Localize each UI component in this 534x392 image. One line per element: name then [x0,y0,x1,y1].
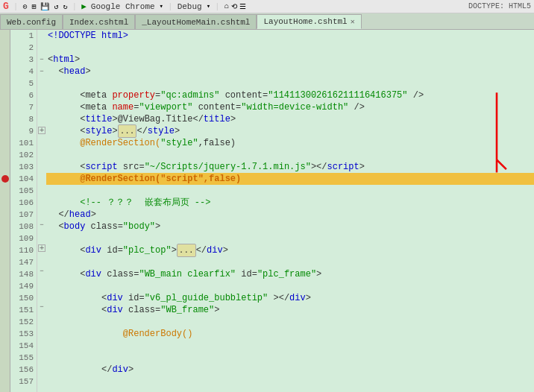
line-number: 102 [10,149,34,161]
gutter-row [0,340,10,352]
toolbar-icon-7[interactable]: ⟲ [231,2,237,11]
code-token: </ [196,244,207,256]
code-token: < [48,113,85,125]
toolbar-icon-8[interactable]: ☰ [239,2,246,11]
line-number: 5 [10,78,34,89]
code-token: > [155,221,160,233]
fold-icon[interactable]: − [37,301,46,313]
line-number: 110 [10,244,34,256]
code-token: div [85,244,101,256]
debug-label[interactable]: Debug [178,2,202,11]
line-number: 101 [10,137,34,149]
chrome-dropdown-icon[interactable]: ▾ [160,2,163,10]
code-token: id= [123,292,145,304]
fold-icon [37,253,46,265]
code-token: </ [136,125,147,137]
code-token: <meta [48,89,112,101]
code-line: <body class="body"> [46,221,534,233]
code-token: < [48,54,53,66]
fold-icon[interactable]: − [37,54,46,66]
code-area[interactable]: <!DOCTYPE html><html> <head> <meta prope… [46,30,534,392]
code-token: > [306,292,311,304]
fold-icon [37,207,46,219]
tab-webconfig[interactable]: Web.config [0,14,63,29]
line-number: 153 [10,328,34,340]
toolbar-sep2: | [72,2,78,11]
tab-index-label: Index.cshtml [69,18,128,27]
code-token: = [155,89,160,101]
code-token: < [48,268,85,280]
code-line [46,376,534,388]
line-number: 1 [10,30,34,42]
code-token: content= [219,89,268,101]
code-token: head [64,66,86,78]
toolbar-icon-4[interactable]: ↺ [54,2,58,11]
gutter-row [0,256,10,268]
toolbar-icon-6[interactable]: ⌂ [224,2,229,11]
tab-layouthome-label: LayoutHome.cshtml [263,17,347,26]
fold-icon[interactable]: + [38,127,45,134]
code-line: <script src="~/Scripts/jquery-1.7.1.min.… [46,161,534,173]
code-token: /> [408,89,424,101]
code-line: </div> [46,364,534,376]
editor-container: 1234567891011021031041051061071081091101… [0,30,534,392]
toolbar-icon-3[interactable]: 💾 [40,2,49,11]
gutter-row [0,352,10,364]
code-token: "body" [123,221,155,233]
tab-layouthome[interactable]: LayoutHome.cshtml ✕ [257,14,361,29]
line-number: 152 [10,316,34,328]
gutter-row [0,30,10,42]
code-token: class= [101,268,139,280]
fold-icon[interactable]: − [37,219,46,231]
line-number: 7 [10,101,34,113]
toolbar-icon-1[interactable]: ⊙ [22,2,27,11]
fold-icon[interactable]: + [38,244,45,252]
toolbar-icon-5[interactable]: ↻ [63,2,68,11]
code-line [46,78,534,89]
fold-icon [37,42,46,54]
tab-close-icon[interactable]: ✕ [351,17,355,26]
code-line: @RenderSection("style",false) [46,137,534,149]
code-line: <style>...</style> [46,125,534,137]
debug-dropdown-icon[interactable]: ▾ [207,2,210,10]
tab-index[interactable]: Index.cshtml [63,14,135,29]
code-line [46,340,534,352]
fold-icon [37,313,46,325]
gutter-row [0,221,10,233]
line-number: 106 [10,197,34,209]
code-token: "114113002616211116416375" [268,89,407,101]
code-token: div [207,244,223,256]
code-token: content= [192,101,241,113]
toolbar-icon-2[interactable]: ⊞ [31,2,36,11]
code-token: > [91,209,96,221]
fold-icon[interactable]: − [37,265,46,277]
code-token: <meta [48,101,112,113]
line-number: 148 [10,268,34,280]
fold-icon [37,101,46,113]
gutter-row [0,89,10,101]
line-number: 3 [10,54,34,66]
code-token: ></ [311,161,327,173]
tab-layouthomemain[interactable]: _LayoutHomeMain.cshtml [135,14,257,29]
gutter-row [0,244,10,256]
fold-icon[interactable]: − [37,66,46,78]
chrome-label[interactable]: Google Chrome [91,2,155,11]
toolbar-sep4: | [215,2,220,11]
fold-icon [37,171,46,183]
line-number: 104 [10,173,34,185]
code-line: <div id="v6_pl_guide_bubbletip" ></div> [46,292,534,304]
code-token: > [112,125,117,137]
code-token: "width=device-width" [241,101,348,113]
line-number: 9 [10,125,34,137]
toolbar: G | ⊙ ⊞ 💾 ↺ ↻ | ▶ Google Chrome ▾ | Debu… [0,0,534,13]
fold-icon [37,148,46,159]
code-line: <meta property="qc:admins" content="1141… [46,89,534,101]
code-token: title [204,113,230,125]
code-token: id= [101,244,123,256]
fold-icon [37,231,46,243]
toolbar-icon-g[interactable]: G [3,1,9,12]
code-token: > [75,54,80,66]
code-line: @RenderSection("script",false) [46,173,534,185]
toolbar-icons-right: ⌂ ⟲ ☰ [224,2,246,11]
toolbar-icon-play[interactable]: ▶ [81,1,87,11]
